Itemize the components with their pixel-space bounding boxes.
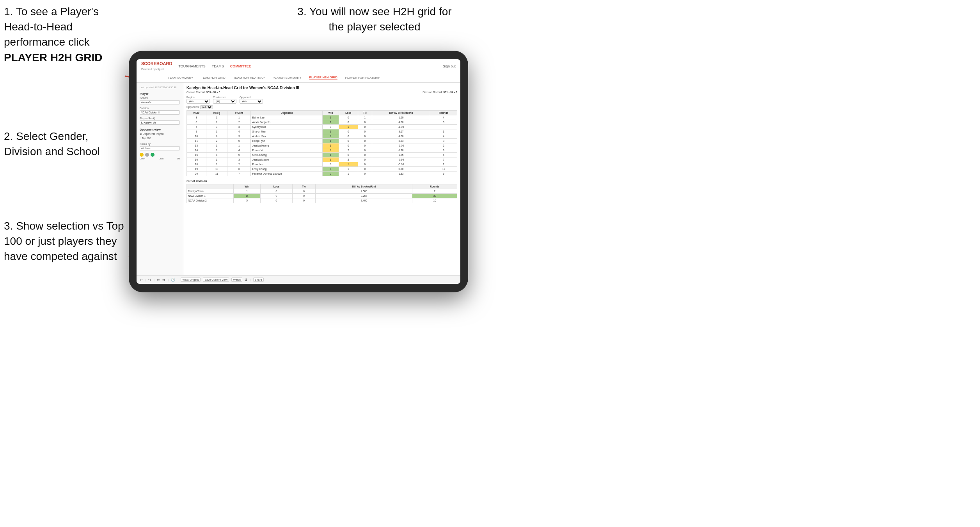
opponents-played-radio[interactable]: ◉ Opponents Played bbox=[140, 133, 180, 136]
instruction-3-left: 3. Show selection vs Top 100 or just pla… bbox=[4, 218, 125, 264]
nav-tournaments[interactable]: TOURNAMENTS bbox=[178, 64, 205, 68]
table-row: 311Esther Lee1011.504 bbox=[187, 115, 457, 120]
tab-player-h2h-heatmap[interactable]: PLAYER H2H HEATMAP bbox=[345, 76, 380, 80]
table-row: 1474Eunice Yi2200.389 bbox=[187, 148, 457, 153]
player-rank-label: Player (Rank) bbox=[140, 117, 180, 120]
tab-player-h2h-grid[interactable]: PLAYER H2H GRID bbox=[309, 76, 337, 80]
download-icon[interactable]: ⬇ bbox=[245, 278, 248, 282]
region-select[interactable]: (All) bbox=[186, 99, 210, 104]
table-row: 633Sydney Kuo010-1.00 bbox=[187, 125, 457, 129]
table-row: 1613Jessica Mason120-0.947 bbox=[187, 157, 457, 162]
instruction-1: 1. To see a Player's Head-to-Head perfor… bbox=[4, 4, 129, 65]
colour-by-label: Colour by bbox=[140, 143, 180, 145]
table-row: 914Sharon Mun1003.673 bbox=[187, 129, 457, 134]
table-row: 20117Federica Domecq Lacroze2101.336 bbox=[187, 172, 457, 176]
dot-green bbox=[151, 153, 154, 157]
opponent-view-label: Opponent view bbox=[140, 128, 180, 131]
top-100-radio[interactable]: ○ Top 100 bbox=[140, 137, 180, 140]
h2h-table: # Div # Reg # Conf Opponent Win Loss Tie… bbox=[186, 110, 457, 176]
tab-team-summary[interactable]: TEAM SUMMARY bbox=[168, 76, 193, 80]
opponents-all-select[interactable]: (All) bbox=[200, 105, 213, 109]
tab-player-summary[interactable]: PLAYER SUMMARY bbox=[273, 76, 302, 80]
tablet: SCOREBOARD Powered by clippd TOURNAMENTS… bbox=[129, 51, 468, 292]
opponent-select[interactable]: (All) bbox=[240, 99, 263, 104]
gender-label: Gender bbox=[140, 97, 180, 99]
nav-bar: SCOREBOARD Powered by clippd TOURNAMENTS… bbox=[137, 59, 460, 73]
gender-select[interactable]: Women's bbox=[140, 100, 180, 104]
nav-committee[interactable]: COMMITTEE bbox=[230, 64, 251, 68]
table-row: 19106Emily Chang4100.3011 bbox=[187, 167, 457, 172]
ood-col-tie: Tie bbox=[292, 184, 316, 189]
panel-title: Katelyn Vo Head-to-Head Grid for Women's… bbox=[186, 86, 457, 90]
filter-row: Region (All) Conference (All) Opponent bbox=[186, 96, 457, 104]
ood-col-loss: Loss bbox=[261, 184, 292, 189]
watch-btn[interactable]: Watch bbox=[231, 278, 242, 282]
colour-section: Colour by Win/loss Down Level Up bbox=[140, 143, 180, 160]
col-rounds: Rounds bbox=[430, 111, 457, 115]
dot-yellow bbox=[140, 153, 144, 157]
player-rank-select[interactable]: 8. Katelyn Vo bbox=[140, 120, 180, 125]
table-row: NAIA Division 115009.26730 bbox=[187, 194, 457, 198]
tablet-screen: SCOREBOARD Powered by clippd TOURNAMENTS… bbox=[137, 59, 460, 284]
table-row: 1063Andrea York2004.004 bbox=[187, 134, 457, 139]
col-conf: # Conf bbox=[227, 111, 251, 115]
col-tie: Tie bbox=[358, 111, 372, 115]
toolbar: ↩ | ↪ | ⬅ ➡ | 🕐 | View: Original Save Cu… bbox=[137, 275, 460, 284]
view-original-btn[interactable]: View: Original bbox=[181, 278, 201, 282]
col-div: # Div bbox=[187, 111, 206, 115]
table-row: NCAA Division 25007.40010 bbox=[187, 198, 457, 203]
region-filter-group: Region (All) bbox=[186, 96, 210, 104]
tab-team-h2h-heatmap[interactable]: TEAM H2H HEATMAP bbox=[233, 76, 265, 80]
clock-icon[interactable]: 🕐 bbox=[171, 278, 175, 282]
table-row: 1585Stella Cheng1001.254 bbox=[187, 153, 457, 157]
ood-col-rounds: Rounds bbox=[412, 184, 457, 189]
forward-icon[interactable]: ➡ bbox=[162, 278, 165, 282]
table-row: 1125Heejo Hyun1003.333 bbox=[187, 139, 457, 143]
col-opponent: Opponent bbox=[251, 111, 323, 115]
redo-icon[interactable]: ↪ bbox=[148, 278, 151, 282]
col-diff: Diff Av Strokes/Rnd bbox=[372, 111, 430, 115]
col-win: Win bbox=[323, 111, 339, 115]
nav-teams[interactable]: TEAMS bbox=[212, 64, 224, 68]
opponent-filter-group: Opponent (All) bbox=[240, 96, 263, 104]
main-content: Last Updated: 27/03/2024 16:55:39 Player… bbox=[137, 83, 460, 275]
conference-select[interactable]: (All) bbox=[213, 99, 236, 104]
dot-gray bbox=[145, 153, 149, 157]
colour-dots bbox=[140, 153, 180, 157]
update-info: Last Updated: 27/03/2024 16:55:39 bbox=[140, 86, 180, 89]
table-row: 522Alexis Sudjianto1004.003 bbox=[187, 120, 457, 125]
division-label: Division bbox=[140, 107, 180, 110]
ood-col-diff: Diff Av Strokes/Rnd bbox=[316, 184, 412, 189]
out-of-division-header: Out of division bbox=[186, 179, 457, 183]
division-select[interactable]: NCAA Division III bbox=[140, 110, 180, 115]
opponents-filter-label: Opponents: (All) bbox=[186, 105, 457, 109]
table-row: Foreign Team1004.5002 bbox=[187, 189, 457, 194]
colour-by-select[interactable]: Win/loss bbox=[140, 146, 180, 150]
undo-icon[interactable]: ↩ bbox=[140, 278, 143, 282]
ood-col-win: Win bbox=[234, 184, 261, 189]
back-icon[interactable]: ⬅ bbox=[157, 278, 160, 282]
right-panel: Katelyn Vo Head-to-Head Grid for Women's… bbox=[183, 83, 460, 275]
colour-labels: Down Level Up bbox=[140, 157, 180, 160]
opponent-view-section: Opponent view ◉ Opponents Played ○ Top 1… bbox=[140, 128, 180, 140]
table-row: 1311Jessica Huang100-3.002 bbox=[187, 143, 457, 148]
instruction-3-right: 3. You will now see H2H grid for the pla… bbox=[296, 4, 453, 34]
save-custom-btn[interactable]: Save Custom View bbox=[203, 278, 229, 282]
col-reg: # Reg bbox=[206, 111, 227, 115]
table-row: 1822Euna Lee010-5.002 bbox=[187, 162, 457, 167]
sign-out[interactable]: Sign out bbox=[443, 64, 456, 68]
tab-team-h2h-grid[interactable]: TEAM H2H GRID bbox=[201, 76, 225, 80]
panel-subtitle: Overall Record: 353 - 34 - 6 Division Re… bbox=[186, 91, 457, 94]
col-loss: Loss bbox=[339, 111, 358, 115]
nav-links: TOURNAMENTS TEAMS COMMITTEE bbox=[178, 64, 251, 68]
conference-filter-group: Conference (All) bbox=[213, 96, 236, 104]
out-of-division-table: Win Loss Tie Diff Av Strokes/Rnd Rounds … bbox=[186, 184, 457, 203]
left-panel: Last Updated: 27/03/2024 16:55:39 Player… bbox=[137, 83, 183, 275]
share-btn[interactable]: Share bbox=[253, 278, 264, 282]
instruction-2: 2. Select Gender, Division and School bbox=[4, 129, 121, 159]
ood-col-team bbox=[187, 184, 234, 189]
player-section-label: Player bbox=[140, 92, 180, 95]
logo: SCOREBOARD Powered by clippd bbox=[141, 61, 174, 71]
sub-nav: TEAM SUMMARY TEAM H2H GRID TEAM H2H HEAT… bbox=[137, 73, 460, 83]
